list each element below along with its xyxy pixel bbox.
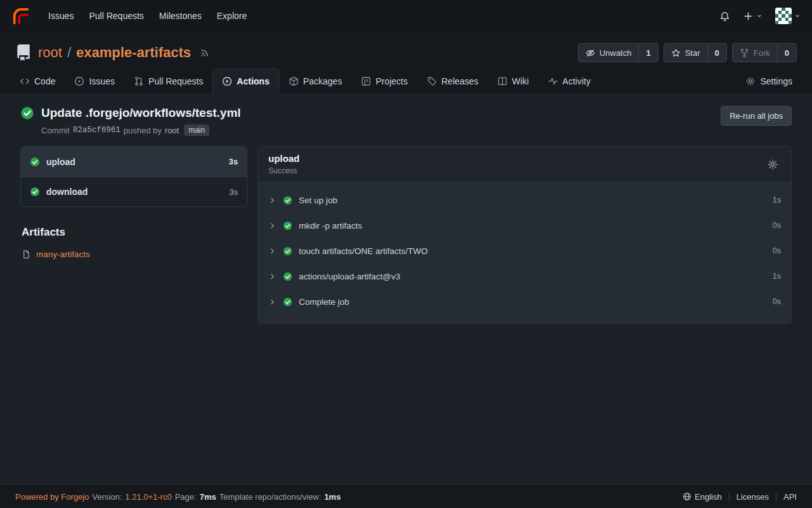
nav-pull-requests[interactable]: Pull Requests — [81, 6, 151, 26]
step-success-check-icon — [283, 221, 292, 231]
job-name: upload — [46, 157, 223, 167]
step-row-setup[interactable]: Set up job 1s — [258, 187, 791, 213]
tab-wiki[interactable]: Wiki — [488, 69, 538, 93]
tab-code-label: Code — [34, 76, 55, 86]
bell-icon — [719, 11, 730, 22]
step-duration: 1s — [773, 196, 781, 204]
unwatch-button[interactable]: Unwatch — [579, 44, 639, 62]
job-row-download[interactable]: download 3s — [21, 177, 247, 206]
tab-wiki-label: Wiki — [512, 76, 528, 86]
rss-icon — [200, 48, 210, 58]
tab-pull-requests[interactable]: Pull Requests — [124, 69, 213, 93]
user-menu[interactable] — [775, 8, 801, 24]
pull-request-icon — [134, 76, 144, 86]
step-row-upload-artifact[interactable]: actions/upload-artifact@v3 1s — [258, 264, 791, 289]
chevron-down-icon — [794, 13, 801, 19]
artifact-item: many-artifacts — [20, 248, 247, 260]
commit-label: Commit — [41, 126, 70, 135]
rerun-all-jobs-button[interactable]: Re-run all jobs — [721, 106, 792, 126]
api-link[interactable]: API — [783, 492, 797, 502]
issue-icon — [74, 76, 84, 86]
powered-by-forgejo-link[interactable]: Powered by Forgejo — [15, 492, 89, 502]
tab-releases-label: Releases — [442, 76, 478, 86]
step-row-touch[interactable]: touch artifacts/ONE artifacts/TWO 0s — [258, 238, 791, 264]
version-label: Version: — [92, 492, 122, 502]
tab-projects[interactable]: Projects — [351, 69, 417, 93]
language-label: English — [695, 492, 722, 502]
fork-label: Fork — [754, 48, 770, 58]
licenses-link[interactable]: Licenses — [737, 492, 769, 502]
detail-job-name: upload — [268, 153, 299, 164]
stars-count[interactable]: 0 — [707, 44, 726, 62]
step-success-check-icon — [283, 272, 292, 281]
breadcrumb: root / example-artifacts — [15, 44, 210, 61]
repo-action-buttons: Unwatch 1 Star 0 — [578, 43, 797, 62]
tab-packages[interactable]: Packages — [279, 69, 351, 93]
job-detail-panel: upload Success Set up job — [258, 146, 792, 324]
step-success-check-icon — [283, 246, 292, 256]
footer-divider — [729, 493, 730, 501]
repo-owner-link[interactable]: root — [38, 44, 62, 61]
artifact-download-link[interactable]: many-artifacts — [36, 250, 90, 259]
watchers-count[interactable]: 1 — [638, 44, 657, 62]
avatar — [775, 8, 792, 24]
forgejo-logo[interactable] — [11, 6, 30, 25]
fork-button-group: Fork 0 — [732, 43, 797, 62]
step-name: actions/upload-artifact@v3 — [299, 272, 766, 281]
star-button[interactable]: Star — [664, 44, 707, 62]
template-time-label: Template repo/actions/view: — [219, 492, 321, 502]
tab-issues-label: Issues — [89, 76, 114, 86]
rss-feed-button[interactable] — [200, 48, 210, 58]
tab-code[interactable]: Code — [10, 69, 65, 93]
settings-gear-icon — [745, 76, 756, 86]
top-navbar: Issues Pull Requests Milestones Explore — [0, 0, 812, 32]
tab-releases[interactable]: Releases — [417, 69, 488, 93]
project-board-icon — [361, 76, 371, 86]
star-icon — [671, 48, 681, 58]
run-commit-meta: Commit 82a5cf6961 pushed by root main — [41, 124, 241, 136]
create-new-menu[interactable] — [743, 11, 763, 22]
job-list: upload 3s download 3s — [20, 146, 247, 207]
tab-pull-requests-label: Pull Requests — [148, 76, 203, 86]
steps-list: Set up job 1s mkdir -p artifacts 0s touc… — [258, 182, 791, 323]
tab-issues[interactable]: Issues — [65, 69, 124, 93]
step-row-mkdir[interactable]: mkdir -p artifacts 0s — [258, 213, 791, 238]
page-time-value: 7ms — [200, 492, 216, 502]
step-name: touch artifacts/ONE artifacts/TWO — [299, 246, 766, 256]
step-duration: 0s — [773, 246, 781, 255]
eye-slash-icon — [586, 48, 595, 58]
step-duration: 0s — [773, 297, 781, 306]
nav-explore[interactable]: Explore — [209, 6, 254, 26]
jobs-sidebar: upload 3s download 3s Artifacts — [20, 146, 247, 324]
tab-settings[interactable]: Settings — [736, 69, 802, 93]
notifications-button[interactable] — [719, 11, 730, 22]
fork-button[interactable]: Fork — [733, 44, 777, 62]
artifacts-heading: Artifacts — [22, 226, 246, 239]
commit-sha-link[interactable]: 82a5cf6961 — [73, 126, 121, 135]
unwatch-label: Unwatch — [599, 48, 632, 58]
tab-actions[interactable]: Actions — [213, 69, 278, 93]
tab-activity[interactable]: Activity — [539, 69, 600, 93]
forks-count[interactable]: 0 — [777, 44, 796, 62]
step-name: Complete job — [299, 297, 766, 307]
job-row-upload[interactable]: upload 3s — [21, 147, 247, 177]
tab-settings-label: Settings — [760, 76, 792, 86]
job-name: download — [46, 187, 223, 197]
run-success-check-icon — [20, 106, 34, 120]
code-icon — [20, 76, 30, 86]
branch-badge[interactable]: main — [184, 124, 209, 136]
pusher-link[interactable]: root — [165, 126, 179, 135]
nav-issues[interactable]: Issues — [41, 6, 81, 26]
nav-milestones[interactable]: Milestones — [152, 6, 209, 26]
actions-run-view: Update .forgejo/workflows/test.yml Commi… — [0, 93, 812, 485]
chevron-right-icon — [268, 298, 277, 306]
job-options-button[interactable] — [764, 156, 781, 173]
tab-activity-label: Activity — [563, 76, 591, 86]
language-selector[interactable]: English — [683, 492, 722, 502]
step-row-complete[interactable]: Complete job 0s — [258, 289, 791, 314]
version-link[interactable]: 1.21.0+1-rc0 — [125, 492, 171, 502]
chevron-down-icon — [756, 13, 763, 19]
watch-button-group: Unwatch 1 — [578, 43, 658, 62]
repo-name-link[interactable]: example-artifacts — [76, 44, 191, 61]
tab-projects-label: Projects — [376, 76, 408, 86]
